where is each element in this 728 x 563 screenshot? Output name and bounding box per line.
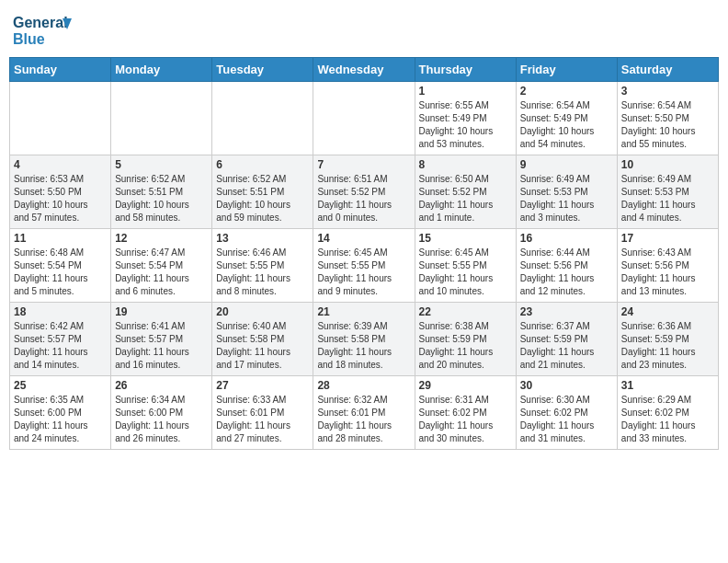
calendar-cell: 19Sunrise: 6:41 AM Sunset: 5:57 PM Dayli… [111, 303, 212, 376]
day-info: Sunrise: 6:40 AM Sunset: 5:58 PM Dayligh… [216, 320, 309, 372]
calendar-week-row: 4Sunrise: 6:53 AM Sunset: 5:50 PM Daylig… [10, 155, 719, 229]
calendar-cell: 28Sunrise: 6:32 AM Sunset: 6:01 PM Dayli… [313, 376, 415, 450]
day-info: Sunrise: 6:49 AM Sunset: 5:53 PM Dayligh… [621, 173, 714, 224]
calendar-cell: 22Sunrise: 6:38 AM Sunset: 5:59 PM Dayli… [415, 303, 516, 376]
day-number: 3 [621, 85, 714, 98]
weekday-header-monday: Monday [111, 58, 212, 82]
day-number: 6 [216, 158, 309, 171]
day-info: Sunrise: 6:51 AM Sunset: 5:52 PM Dayligh… [317, 173, 410, 224]
calendar-cell: 10Sunrise: 6:49 AM Sunset: 5:53 PM Dayli… [617, 155, 718, 229]
day-info: Sunrise: 6:47 AM Sunset: 5:54 PM Dayligh… [115, 247, 208, 298]
svg-text:General: General [13, 15, 68, 30]
day-info: Sunrise: 6:48 AM Sunset: 5:54 PM Dayligh… [14, 247, 107, 298]
day-number: 20 [216, 305, 309, 318]
calendar-cell: 2Sunrise: 6:54 AM Sunset: 5:49 PM Daylig… [516, 82, 617, 155]
calendar-cell: 3Sunrise: 6:54 AM Sunset: 5:50 PM Daylig… [617, 82, 718, 155]
calendar-cell: 15Sunrise: 6:45 AM Sunset: 5:55 PM Dayli… [415, 229, 516, 303]
calendar-cell: 17Sunrise: 6:43 AM Sunset: 5:56 PM Dayli… [617, 229, 718, 303]
calendar-week-row: 11Sunrise: 6:48 AM Sunset: 5:54 PM Dayli… [10, 229, 719, 303]
day-info: Sunrise: 6:54 AM Sunset: 5:49 PM Dayligh… [520, 99, 613, 151]
day-info: Sunrise: 6:34 AM Sunset: 6:00 PM Dayligh… [115, 394, 208, 445]
calendar-cell: 16Sunrise: 6:44 AM Sunset: 5:56 PM Dayli… [516, 229, 617, 303]
day-number: 1 [419, 85, 512, 98]
day-info: Sunrise: 6:52 AM Sunset: 5:51 PM Dayligh… [115, 173, 208, 224]
calendar-cell: 23Sunrise: 6:37 AM Sunset: 5:59 PM Dayli… [516, 303, 617, 376]
weekday-header-thursday: Thursday [415, 58, 516, 82]
day-number: 23 [520, 305, 613, 318]
calendar-cell: 30Sunrise: 6:30 AM Sunset: 6:02 PM Dayli… [516, 376, 617, 450]
day-info: Sunrise: 6:30 AM Sunset: 6:02 PM Dayligh… [520, 394, 613, 445]
calendar-cell: 29Sunrise: 6:31 AM Sunset: 6:02 PM Dayli… [415, 376, 516, 450]
day-number: 13 [216, 232, 309, 245]
day-number: 12 [115, 232, 208, 245]
day-info: Sunrise: 6:52 AM Sunset: 5:51 PM Dayligh… [216, 173, 309, 224]
calendar-cell [313, 82, 415, 155]
weekday-header-row: SundayMondayTuesdayWednesdayThursdayFrid… [10, 58, 719, 82]
day-number: 27 [216, 379, 309, 392]
day-info: Sunrise: 6:37 AM Sunset: 5:59 PM Dayligh… [520, 320, 613, 372]
calendar-cell: 1Sunrise: 6:55 AM Sunset: 5:49 PM Daylig… [415, 82, 516, 155]
calendar-cell: 4Sunrise: 6:53 AM Sunset: 5:50 PM Daylig… [10, 155, 111, 229]
calendar-week-row: 18Sunrise: 6:42 AM Sunset: 5:57 PM Dayli… [10, 303, 719, 376]
day-number: 7 [317, 158, 410, 171]
day-info: Sunrise: 6:38 AM Sunset: 5:59 PM Dayligh… [419, 320, 512, 372]
day-info: Sunrise: 6:29 AM Sunset: 6:02 PM Dayligh… [621, 394, 714, 445]
weekday-header-wednesday: Wednesday [313, 58, 415, 82]
day-number: 5 [115, 158, 208, 171]
day-number: 10 [621, 158, 714, 171]
page-header: GeneralBlue [9, 9, 719, 50]
day-number: 9 [520, 158, 613, 171]
day-info: Sunrise: 6:54 AM Sunset: 5:50 PM Dayligh… [621, 99, 714, 151]
day-info: Sunrise: 6:45 AM Sunset: 5:55 PM Dayligh… [317, 247, 410, 298]
day-info: Sunrise: 6:43 AM Sunset: 5:56 PM Dayligh… [621, 247, 714, 298]
calendar-week-row: 25Sunrise: 6:35 AM Sunset: 6:00 PM Dayli… [10, 376, 719, 450]
day-info: Sunrise: 6:41 AM Sunset: 5:57 PM Dayligh… [115, 320, 208, 372]
day-number: 29 [419, 379, 512, 392]
day-info: Sunrise: 6:50 AM Sunset: 5:52 PM Dayligh… [419, 173, 512, 224]
day-number: 4 [14, 158, 107, 171]
calendar-cell: 13Sunrise: 6:46 AM Sunset: 5:55 PM Dayli… [212, 229, 313, 303]
day-number: 30 [520, 379, 613, 392]
day-number: 22 [419, 305, 512, 318]
day-info: Sunrise: 6:39 AM Sunset: 5:58 PM Dayligh… [317, 320, 410, 372]
day-number: 19 [115, 305, 208, 318]
calendar-cell: 8Sunrise: 6:50 AM Sunset: 5:52 PM Daylig… [415, 155, 516, 229]
day-number: 16 [520, 232, 613, 245]
day-info: Sunrise: 6:32 AM Sunset: 6:01 PM Dayligh… [317, 394, 410, 445]
day-number: 14 [317, 232, 410, 245]
weekday-header-tuesday: Tuesday [212, 58, 313, 82]
day-info: Sunrise: 6:44 AM Sunset: 5:56 PM Dayligh… [520, 247, 613, 298]
calendar-cell: 12Sunrise: 6:47 AM Sunset: 5:54 PM Dayli… [111, 229, 212, 303]
day-number: 25 [14, 379, 107, 392]
calendar-cell: 20Sunrise: 6:40 AM Sunset: 5:58 PM Dayli… [212, 303, 313, 376]
calendar-cell: 18Sunrise: 6:42 AM Sunset: 5:57 PM Dayli… [10, 303, 111, 376]
calendar-week-row: 1Sunrise: 6:55 AM Sunset: 5:49 PM Daylig… [10, 82, 719, 155]
calendar-cell: 9Sunrise: 6:49 AM Sunset: 5:53 PM Daylig… [516, 155, 617, 229]
calendar-cell: 24Sunrise: 6:36 AM Sunset: 5:59 PM Dayli… [617, 303, 718, 376]
calendar-cell: 6Sunrise: 6:52 AM Sunset: 5:51 PM Daylig… [212, 155, 313, 229]
calendar-cell [212, 82, 313, 155]
logo: GeneralBlue [13, 9, 77, 50]
calendar-cell: 31Sunrise: 6:29 AM Sunset: 6:02 PM Dayli… [617, 376, 718, 450]
day-number: 26 [115, 379, 208, 392]
weekday-header-saturday: Saturday [617, 58, 718, 82]
day-number: 17 [621, 232, 714, 245]
day-number: 15 [419, 232, 512, 245]
day-number: 8 [419, 158, 512, 171]
day-number: 31 [621, 379, 714, 392]
day-number: 24 [621, 305, 714, 318]
day-info: Sunrise: 6:42 AM Sunset: 5:57 PM Dayligh… [14, 320, 107, 372]
day-info: Sunrise: 6:49 AM Sunset: 5:53 PM Dayligh… [520, 173, 613, 224]
day-number: 28 [317, 379, 410, 392]
day-info: Sunrise: 6:35 AM Sunset: 6:00 PM Dayligh… [14, 394, 107, 445]
day-number: 21 [317, 305, 410, 318]
day-info: Sunrise: 6:45 AM Sunset: 5:55 PM Dayligh… [419, 247, 512, 298]
calendar-cell: 25Sunrise: 6:35 AM Sunset: 6:00 PM Dayli… [10, 376, 111, 450]
calendar-cell [111, 82, 212, 155]
day-info: Sunrise: 6:33 AM Sunset: 6:01 PM Dayligh… [216, 394, 309, 445]
calendar-cell: 11Sunrise: 6:48 AM Sunset: 5:54 PM Dayli… [10, 229, 111, 303]
calendar-cell: 26Sunrise: 6:34 AM Sunset: 6:00 PM Dayli… [111, 376, 212, 450]
calendar-cell [10, 82, 111, 155]
calendar-cell: 27Sunrise: 6:33 AM Sunset: 6:01 PM Dayli… [212, 376, 313, 450]
calendar-cell: 21Sunrise: 6:39 AM Sunset: 5:58 PM Dayli… [313, 303, 415, 376]
